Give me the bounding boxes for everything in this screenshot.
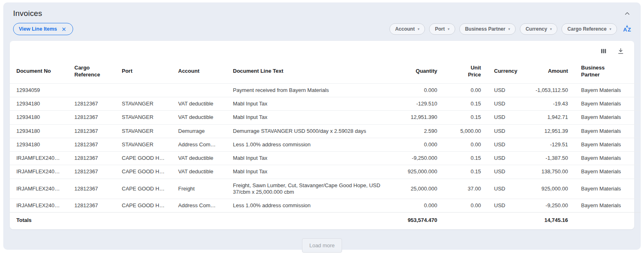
cell-amount: 925,000.00 <box>519 179 575 199</box>
invoices-table-card: Document NoCargo ReferencePortAccountDoc… <box>10 41 634 229</box>
cell-account: Address Commis… <box>172 138 226 151</box>
filter-label: Account <box>395 26 415 32</box>
table-row[interactable]: IRJAMFLEX24000412812367CAPE GOOD HOPEAdd… <box>10 199 641 213</box>
cell-currency: USD <box>487 124 519 138</box>
cell-document-line-text: Mabl Input Tax <box>226 111 396 124</box>
page-title: Invoices <box>13 9 42 18</box>
cell-document-line-text: Mabl Input Tax <box>226 152 396 165</box>
chevron-down-icon: ▾ <box>609 27 611 31</box>
cell-unit-price: 0.15 <box>444 165 487 179</box>
cell-unit-price: 0.15 <box>444 97 487 111</box>
view-line-items-chip[interactable]: View Line Items <box>13 23 73 35</box>
column-header-document-line-text: Document Line Text <box>226 60 396 83</box>
cell-unit-price: 0.00 <box>444 83 487 97</box>
columns-icon[interactable] <box>599 47 608 56</box>
chevron-down-icon: ▾ <box>418 27 420 31</box>
cell-cargo-reference: 12812367 <box>68 179 115 199</box>
table-row[interactable]: 1293418012812367STAVANGERVAT deductibleM… <box>10 111 641 124</box>
filter-cargo-reference[interactable]: Cargo Reference▾ <box>561 23 617 35</box>
cell-port: CAPE GOOD HOPE <box>115 199 172 213</box>
cell-currency: USD <box>487 199 519 213</box>
cell-quantity: 0.000 <box>396 199 444 213</box>
cell-cargo-reference: 12812367 <box>68 124 115 138</box>
panel-header: Invoices <box>3 2 641 18</box>
cell-cargo-reference <box>68 83 115 97</box>
load-more-container: Load more <box>3 238 641 253</box>
table-row[interactable]: IRJAMFLEX24000412812367CAPE GOOD HOPEVAT… <box>10 165 641 179</box>
cell-document-no: 12934180 <box>10 138 68 151</box>
cell-business-partner: Bayern Materials <box>575 124 641 138</box>
totals-label: Totals <box>10 213 68 229</box>
cell-cargo-reference: 12812367 <box>68 152 115 165</box>
filter-bar: Account▾Port▾Business Partner▾Currency▾C… <box>389 23 617 35</box>
cell-document-no: 12934180 <box>10 97 68 111</box>
cell-business-partner: Bayern Materials <box>575 152 641 165</box>
cell-port: STAVANGER <box>115 124 172 138</box>
cell-cargo-reference: 12812367 <box>68 199 115 213</box>
chevron-down-icon: ▾ <box>447 27 449 31</box>
cell-cargo-reference: 12812367 <box>68 165 115 179</box>
cell-port: STAVANGER <box>115 138 172 151</box>
cell-quantity: 25,000.000 <box>396 179 444 199</box>
cell-amount: -129.51 <box>519 138 575 151</box>
cell-currency: USD <box>487 179 519 199</box>
cell-amount: 138,750.00 <box>519 165 575 179</box>
cell-business-partner: Bayern Materials <box>575 83 641 97</box>
column-header-document-no: Document No <box>10 60 68 83</box>
cell-unit-price: 5,000.00 <box>444 124 487 138</box>
cell-document-no: IRJAMFLEX240004 <box>10 152 68 165</box>
svg-text:A: A <box>623 27 627 33</box>
filter-label: Currency <box>525 26 547 32</box>
invoices-table: Document NoCargo ReferencePortAccountDoc… <box>10 60 641 228</box>
cell-document-line-text: Mabl Input Tax <box>226 97 396 111</box>
cell-business-partner: Bayern Materials <box>575 138 641 151</box>
totals-quantity: 953,574.470 <box>396 213 444 229</box>
column-header-port: Port <box>115 60 172 83</box>
cell-document-no: 12934180 <box>10 111 68 124</box>
load-more-button[interactable]: Load more <box>302 238 342 253</box>
cell-business-partner: Bayern Materials <box>575 165 641 179</box>
totals-row: Totals 953,574.470 14,745.16 <box>10 213 641 229</box>
totals-amount: 14,745.16 <box>519 213 575 229</box>
cell-document-no: 12934180 <box>10 124 68 138</box>
cell-amount: 1,942.71 <box>519 111 575 124</box>
download-icon[interactable] <box>616 47 625 56</box>
cell-quantity: 2.590 <box>396 124 444 138</box>
cell-currency: USD <box>487 97 519 111</box>
cell-document-line-text: Demurrage STAVANGER USD 5000/day x 2.590… <box>226 124 396 138</box>
sort-alpha-icon[interactable]: A Z <box>622 24 633 34</box>
table-row[interactable]: 1293418012812367STAVANGERAddress Commis…… <box>10 138 641 151</box>
cell-unit-price: 0.15 <box>444 111 487 124</box>
cell-quantity: 12,951.390 <box>396 111 444 124</box>
chevron-down-icon: ▾ <box>550 27 552 31</box>
cell-port: STAVANGER <box>115 97 172 111</box>
table-row[interactable]: 12934059Payment received from Bayern Mat… <box>10 83 641 97</box>
filter-currency[interactable]: Currency▾ <box>520 23 557 35</box>
column-header-quantity: Quantity <box>396 60 444 83</box>
cell-amount: 12,951.39 <box>519 124 575 138</box>
table-row[interactable]: 1293418012812367STAVANGERDemurrageDemurr… <box>10 124 641 138</box>
cell-quantity: 0.000 <box>396 138 444 151</box>
table-header-row: Document NoCargo ReferencePortAccountDoc… <box>10 60 641 83</box>
collapse-chevron-up-icon[interactable] <box>623 9 632 18</box>
cell-currency: USD <box>487 152 519 165</box>
cell-document-line-text: Less 1.00% address commission <box>226 199 396 213</box>
close-icon[interactable] <box>60 26 67 33</box>
cell-account: VAT deductible <box>172 111 226 124</box>
cell-cargo-reference: 12812367 <box>68 111 115 124</box>
cell-business-partner: Bayern Materials <box>575 97 641 111</box>
filter-port[interactable]: Port▾ <box>429 23 455 35</box>
cell-document-line-text: Mabl Input Tax <box>226 165 396 179</box>
cell-document-line-text: Less 1.00% address commission <box>226 138 396 151</box>
filter-account[interactable]: Account▾ <box>389 23 425 35</box>
table-row[interactable]: IRJAMFLEX24000412812367CAPE GOOD HOPEFre… <box>10 179 641 199</box>
filter-business-partner[interactable]: Business Partner▾ <box>459 23 516 35</box>
cell-currency: USD <box>487 83 519 97</box>
table-row[interactable]: 1293418012812367STAVANGERVAT deductibleM… <box>10 97 641 111</box>
cell-amount: -9,250.00 <box>519 199 575 213</box>
cell-cargo-reference: 12812367 <box>68 138 115 151</box>
cell-unit-price: 0.00 <box>444 199 487 213</box>
table-row[interactable]: IRJAMFLEX24000412812367CAPE GOOD HOPEVAT… <box>10 152 641 165</box>
cell-quantity: -129.510 <box>396 97 444 111</box>
column-header-business-partner: Business Partner <box>575 60 641 83</box>
